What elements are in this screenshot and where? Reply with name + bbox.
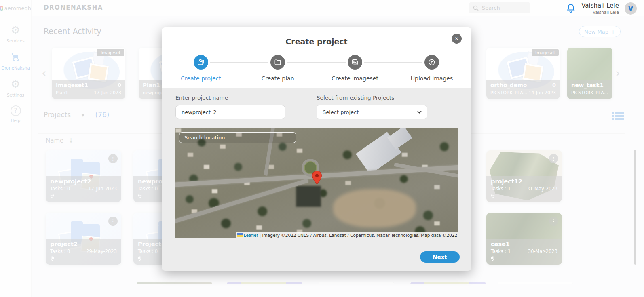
map-open-field	[333, 189, 416, 227]
location-map[interactable]: Leaflet | Imagery ©2022 CNES / Airbus, L…	[175, 128, 458, 238]
step-create-project[interactable]: Create project	[171, 55, 231, 82]
project-name-value: newproject_2	[182, 109, 217, 115]
map-attribution: Leaflet | Imagery ©2022 CNES / Airbus, L…	[236, 232, 458, 238]
notifications-bell-icon[interactable]	[566, 3, 576, 14]
map-marker-pin[interactable]	[312, 171, 322, 185]
user-name: Vaishali Lele	[581, 2, 619, 10]
modal-title: Create project	[162, 37, 471, 46]
tile-grid-line	[257, 128, 257, 238]
tile-grid-line	[175, 204, 458, 204]
create-project-modal: Create project ✕ Create project Create p…	[162, 27, 471, 271]
project-name-input[interactable]: newproject_2	[175, 105, 285, 119]
project-name-label: Enter project name	[175, 95, 228, 101]
tile-grid-line	[399, 128, 399, 238]
map-search-input[interactable]	[179, 132, 296, 143]
step-label: Create project	[171, 75, 231, 82]
copy-folders-icon	[194, 55, 208, 70]
step-label: Upload images	[401, 75, 462, 82]
folder-icon	[270, 55, 285, 70]
map-buildings	[175, 128, 181, 133]
chevron-down-icon	[417, 111, 422, 114]
upload-icon	[424, 55, 439, 70]
attribution-text: | Imagery ©2022 CNES / Airbus, Landsat /…	[260, 233, 457, 238]
text-caret	[217, 109, 217, 116]
step-label: Create imageset	[325, 75, 385, 82]
ukraine-flag-icon	[237, 233, 243, 237]
existing-project-select[interactable]: Select project	[317, 105, 427, 119]
avatar[interactable]: V	[625, 2, 637, 15]
selected-project-value: Select project	[323, 109, 359, 115]
imageset-icon	[348, 55, 362, 70]
step-label: Create plan	[247, 75, 308, 82]
step-create-imageset[interactable]: Create imageset	[325, 55, 385, 82]
step-create-plan[interactable]: Create plan	[247, 55, 308, 82]
next-button[interactable]: Next	[420, 251, 460, 263]
user-cluster[interactable]: Vaishali Lele Vaishali Lele V	[566, 0, 637, 17]
leaflet-link[interactable]: Leaflet	[244, 233, 258, 238]
user-subtitle: Vaishali Lele	[581, 10, 619, 15]
step-upload-images[interactable]: Upload images	[401, 55, 462, 82]
close-icon[interactable]: ✕	[452, 34, 462, 44]
existing-projects-label: Select from existing Projects	[317, 95, 394, 101]
